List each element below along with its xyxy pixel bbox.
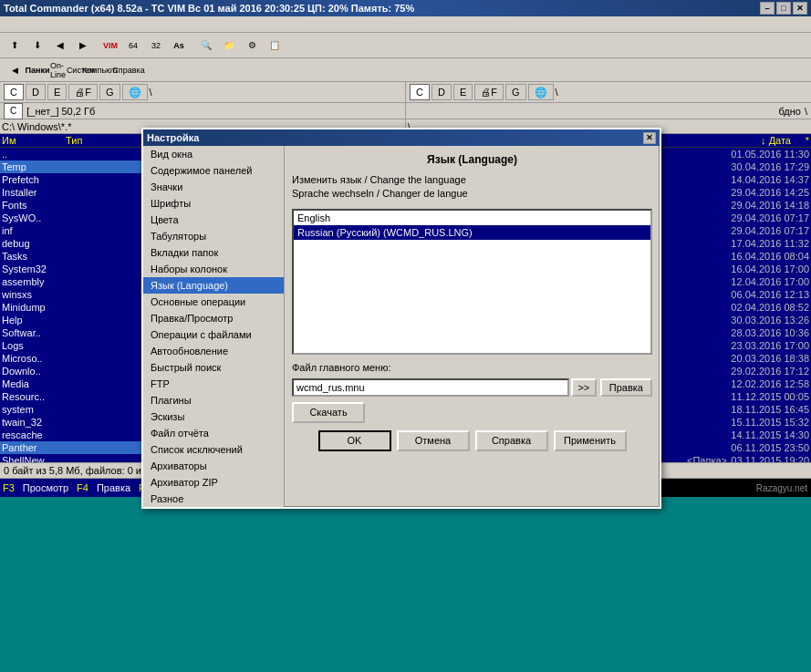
- left-drive-c[interactable]: C: [4, 84, 24, 100]
- dialog-menu-item-file-ops[interactable]: Операции с файлами: [143, 326, 284, 343]
- lang-item-russian[interactable]: Russian (Русский) (WCMD_RUS.LNG): [294, 225, 650, 240]
- file-name: twain_32: [2, 417, 66, 428]
- dialog-menu-item-columns[interactable]: Наборы колонок: [143, 261, 284, 277]
- left-drive-bar: C D E 🖨F G 🌐 \: [0, 82, 406, 102]
- dialog-menu-item-misc[interactable]: Разное: [143, 491, 284, 507]
- left-drive-g[interactable]: G: [99, 84, 120, 100]
- file-name: Softwar..: [2, 327, 66, 338]
- dialog-menu-item-tabs[interactable]: Табуляторы: [143, 228, 284, 244]
- menu-file-input[interactable]: [292, 378, 569, 397]
- right-drive-net[interactable]: 🌐: [528, 84, 554, 100]
- file-name: debug: [2, 238, 66, 249]
- file-name: Fonts: [2, 200, 66, 211]
- dialog-menu-item-plugins[interactable]: Плагины: [143, 392, 284, 408]
- language-list[interactable]: English Russian (Русский) (WCMD_RUS.LNG): [292, 209, 652, 355]
- fkey-f4[interactable]: F4 Правка: [74, 479, 136, 497]
- dialog-menu-item-language[interactable]: Язык (Language): [143, 277, 284, 294]
- right-drive-d[interactable]: D: [431, 84, 452, 100]
- file-type: [66, 302, 102, 313]
- dialog-menu-item-autoupdate[interactable]: Автообновление: [143, 343, 284, 359]
- toolbar-btn-11[interactable]: ⚙: [241, 36, 263, 56]
- secondary-toolbar: ◀ Панки On-Line Система Компьютер+ Справ…: [0, 58, 811, 82]
- file-type: [66, 238, 102, 249]
- right-drive-c[interactable]: C: [410, 84, 430, 100]
- dialog-menu-item-editor[interactable]: Правка/Просмотр: [143, 310, 284, 326]
- toolbar-btn-6[interactable]: 64: [122, 36, 144, 56]
- dialog-menu-item-icons[interactable]: Значки: [143, 179, 284, 195]
- file-name: SysWO..: [2, 212, 66, 223]
- dialog-menu-item-exclusions[interactable]: Список исключений: [143, 441, 284, 458]
- apply-button[interactable]: Применить: [554, 430, 627, 451]
- field-label: Файл главного меню:: [292, 362, 390, 373]
- file-type: [66, 251, 102, 262]
- right-drive-g[interactable]: G: [505, 84, 526, 100]
- toolbar-btn-1[interactable]: ⬆: [4, 36, 26, 56]
- dialog-menu-item-zip[interactable]: Архиватор ZIP: [143, 474, 284, 491]
- file-type: [66, 417, 102, 428]
- dialog-menu-item-thumbnails[interactable]: Эскизы: [143, 408, 284, 425]
- right-drive-e[interactable]: E: [453, 84, 473, 100]
- dialog-menu-item-panels[interactable]: Содержимое панелей: [143, 162, 284, 179]
- toolbar2-btn-2[interactable]: Панки: [26, 60, 48, 80]
- toolbar-btn-back[interactable]: ◀: [49, 36, 71, 56]
- dialog-desc-line2: Sprache wechseln / Changer de langue: [292, 188, 468, 199]
- toolbar-btn-8[interactable]: As: [168, 36, 190, 56]
- file-name: Temp: [2, 161, 66, 172]
- settings-dialog[interactable]: Настройка ✕ Вид окна Содержимое панелей …: [141, 128, 661, 509]
- dialog-menu-item-folder-tabs[interactable]: Вкладки папок: [143, 244, 284, 261]
- dialog-inner-title: Язык (Language): [292, 153, 652, 166]
- file-field-row: >> Правка: [292, 378, 652, 397]
- file-name: ..: [2, 149, 66, 160]
- right-drive-f[interactable]: 🖨F: [474, 84, 504, 100]
- dialog-menu-item-operations[interactable]: Основные операции: [143, 294, 284, 310]
- toolbar-btn-2[interactable]: ⬇: [26, 36, 48, 56]
- edit-button[interactable]: Правка: [600, 378, 652, 397]
- toolbar-btn-7[interactable]: 32: [145, 36, 167, 56]
- toolbar-btn-10[interactable]: 📁: [218, 36, 240, 56]
- left-panel-drive[interactable]: C: [4, 103, 23, 119]
- fkey-f3[interactable]: F3 Просмотр: [0, 479, 74, 497]
- maximize-button[interactable]: □: [776, 2, 791, 15]
- toolbar-btn-9[interactable]: 🔍: [195, 36, 217, 56]
- toolbar-btn-5[interactable]: VIM: [99, 36, 121, 56]
- dialog-menu-item-ftp[interactable]: FTP: [143, 376, 284, 392]
- dialog-menu-item-archivers[interactable]: Архиваторы: [143, 458, 284, 474]
- left-panel-info: [_нет_] 50,2 Гб: [26, 106, 95, 117]
- cancel-button[interactable]: Отмена: [397, 430, 470, 451]
- toolbar2-btn-6[interactable]: Справка: [118, 60, 140, 80]
- col-name-header: Им: [2, 135, 66, 146]
- download-button[interactable]: Скачать: [292, 402, 365, 423]
- left-drive-d[interactable]: D: [26, 84, 46, 100]
- help-button[interactable]: Справка: [475, 430, 548, 451]
- close-button[interactable]: ✕: [793, 2, 807, 15]
- dialog-menu-item-view[interactable]: Вид окна: [143, 146, 284, 162]
- left-drive-f[interactable]: 🖨F: [68, 84, 98, 100]
- minimize-button[interactable]: –: [760, 2, 775, 15]
- file-type: [66, 340, 102, 351]
- col-type-header: Тип: [66, 135, 102, 146]
- file-type: [66, 187, 102, 198]
- dialog-menu-item-log[interactable]: Файл отчёта: [143, 425, 284, 441]
- browse-button[interactable]: >>: [571, 378, 597, 397]
- ok-button[interactable]: OK: [318, 430, 391, 451]
- dialog-menu-item-fonts[interactable]: Шрифты: [143, 195, 284, 212]
- dialog-content: Язык (Language) Изменить язык / Change t…: [285, 146, 660, 507]
- file-type: [66, 149, 102, 160]
- dialog-action-buttons: OK Отмена Справка Применить: [292, 430, 652, 451]
- file-name: Microso..: [2, 353, 66, 364]
- toolbar-btn-12[interactable]: 📋: [264, 36, 286, 56]
- right-panel-sep: \: [805, 106, 807, 117]
- left-drive-net[interactable]: 🌐: [122, 84, 148, 100]
- file-name: Resourc..: [2, 391, 66, 402]
- left-drive-e[interactable]: E: [47, 84, 67, 100]
- file-name: ShellNew: [2, 455, 66, 462]
- toolbar2-btn-1[interactable]: ◀: [4, 60, 26, 80]
- toolbar-btn-forward[interactable]: ▶: [72, 36, 94, 56]
- dialog-menu-item-quick-search[interactable]: Быстрый поиск: [143, 359, 284, 376]
- file-name: Logs: [2, 340, 66, 351]
- lang-item-english[interactable]: English: [294, 211, 650, 225]
- file-type: [66, 161, 102, 172]
- dialog-close-button[interactable]: ✕: [643, 132, 656, 144]
- dialog-menu-item-colors[interactable]: Цвета: [143, 212, 284, 228]
- file-type: [66, 429, 102, 440]
